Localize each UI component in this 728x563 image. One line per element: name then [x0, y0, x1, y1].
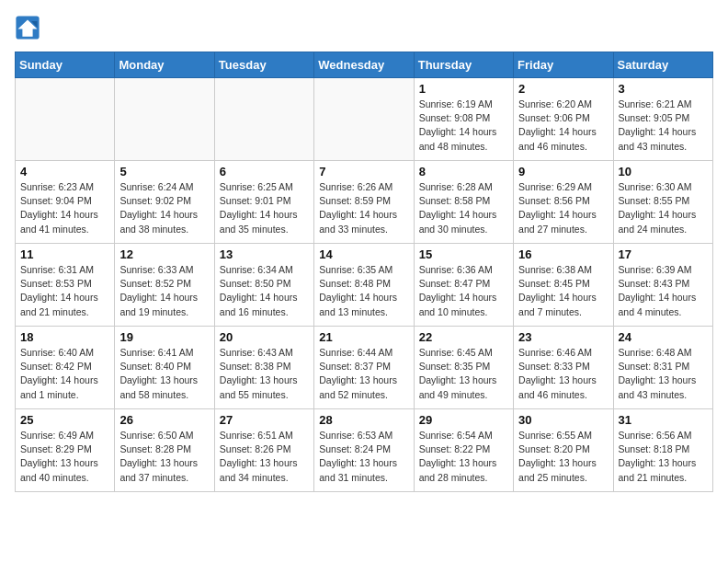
day-number: 24 [619, 330, 708, 344]
day-info: Sunrise: 6:41 AMSunset: 8:40 PMDaylight:… [119, 346, 209, 402]
day-info: Sunrise: 6:55 AMSunset: 8:20 PMDaylight:… [518, 429, 608, 485]
col-header-sunday: Sunday [16, 52, 115, 78]
day-number: 27 [220, 413, 309, 427]
col-header-thursday: Thursday [414, 52, 513, 78]
calendar-cell: 26Sunrise: 6:50 AMSunset: 8:28 PMDayligh… [115, 409, 214, 492]
calendar-cell: 24Sunrise: 6:48 AMSunset: 8:31 PMDayligh… [613, 327, 712, 409]
day-info: Sunrise: 6:38 AMSunset: 8:45 PMDaylight:… [518, 263, 608, 319]
day-number: 20 [220, 330, 309, 344]
day-info: Sunrise: 6:30 AMSunset: 8:55 PMDaylight:… [619, 180, 708, 236]
day-info: Sunrise: 6:21 AMSunset: 9:05 PMDaylight:… [619, 98, 708, 154]
day-number: 12 [119, 247, 209, 261]
day-info: Sunrise: 6:51 AMSunset: 8:26 PMDaylight:… [220, 429, 309, 485]
calendar-cell: 7Sunrise: 6:26 AMSunset: 8:59 PMDaylight… [314, 161, 414, 244]
col-header-monday: Monday [115, 52, 214, 78]
calendar-week-2: 4Sunrise: 6:23 AMSunset: 9:04 PMDaylight… [16, 161, 713, 244]
day-number: 31 [619, 413, 708, 427]
calendar-cell: 14Sunrise: 6:35 AMSunset: 8:48 PMDayligh… [314, 244, 414, 327]
day-info: Sunrise: 6:36 AMSunset: 8:47 PMDaylight:… [419, 263, 508, 319]
day-number: 7 [319, 165, 408, 178]
calendar-week-3: 11Sunrise: 6:31 AMSunset: 8:53 PMDayligh… [16, 244, 713, 327]
day-number: 11 [20, 247, 109, 261]
day-number: 22 [419, 330, 508, 344]
calendar-cell: 28Sunrise: 6:53 AMSunset: 8:24 PMDayligh… [314, 409, 414, 492]
calendar-cell: 13Sunrise: 6:34 AMSunset: 8:50 PMDayligh… [214, 244, 313, 327]
page-header [15, 15, 713, 40]
calendar-cell: 25Sunrise: 6:49 AMSunset: 8:29 PMDayligh… [16, 409, 115, 492]
calendar-cell: 2Sunrise: 6:20 AMSunset: 9:06 PMDaylight… [514, 78, 613, 161]
calendar-cell: 9Sunrise: 6:29 AMSunset: 8:56 PMDaylight… [514, 161, 613, 244]
day-number: 2 [518, 82, 608, 96]
day-info: Sunrise: 6:20 AMSunset: 9:06 PMDaylight:… [518, 98, 608, 154]
calendar-cell: 8Sunrise: 6:28 AMSunset: 8:58 PMDaylight… [414, 161, 513, 244]
day-number: 15 [419, 247, 508, 261]
day-number: 16 [518, 247, 608, 261]
day-info: Sunrise: 6:53 AMSunset: 8:24 PMDaylight:… [319, 429, 408, 485]
day-info: Sunrise: 6:25 AMSunset: 9:01 PMDaylight:… [220, 180, 309, 236]
day-info: Sunrise: 6:33 AMSunset: 8:52 PMDaylight:… [119, 263, 209, 319]
day-number: 23 [518, 330, 608, 344]
logo [15, 15, 44, 40]
day-number: 25 [20, 413, 109, 427]
day-info: Sunrise: 6:50 AMSunset: 8:28 PMDaylight:… [119, 429, 209, 485]
day-info: Sunrise: 6:56 AMSunset: 8:18 PMDaylight:… [619, 429, 708, 485]
calendar-week-1: 1Sunrise: 6:19 AMSunset: 9:08 PMDaylight… [16, 78, 713, 161]
day-info: Sunrise: 6:54 AMSunset: 8:22 PMDaylight:… [419, 429, 508, 485]
calendar-cell: 1Sunrise: 6:19 AMSunset: 9:08 PMDaylight… [414, 78, 513, 161]
calendar-cell: 11Sunrise: 6:31 AMSunset: 8:53 PMDayligh… [16, 244, 115, 327]
day-number: 29 [419, 413, 508, 427]
logo-icon [15, 15, 40, 40]
day-info: Sunrise: 6:34 AMSunset: 8:50 PMDaylight:… [220, 263, 309, 319]
day-info: Sunrise: 6:39 AMSunset: 8:43 PMDaylight:… [619, 263, 708, 319]
calendar-cell: 20Sunrise: 6:43 AMSunset: 8:38 PMDayligh… [214, 327, 313, 409]
calendar-week-5: 25Sunrise: 6:49 AMSunset: 8:29 PMDayligh… [16, 409, 713, 492]
calendar-cell: 19Sunrise: 6:41 AMSunset: 8:40 PMDayligh… [115, 327, 214, 409]
day-info: Sunrise: 6:24 AMSunset: 9:02 PMDaylight:… [119, 180, 209, 236]
day-number: 10 [619, 165, 708, 178]
calendar-cell: 21Sunrise: 6:44 AMSunset: 8:37 PMDayligh… [314, 327, 414, 409]
calendar-cell: 27Sunrise: 6:51 AMSunset: 8:26 PMDayligh… [214, 409, 313, 492]
calendar-cell [115, 78, 214, 161]
day-info: Sunrise: 6:23 AMSunset: 9:04 PMDaylight:… [20, 180, 109, 236]
day-number: 5 [119, 165, 209, 178]
day-number: 19 [119, 330, 209, 344]
day-number: 17 [619, 247, 708, 261]
day-info: Sunrise: 6:43 AMSunset: 8:38 PMDaylight:… [220, 346, 309, 402]
day-info: Sunrise: 6:40 AMSunset: 8:42 PMDaylight:… [20, 346, 109, 402]
calendar-cell: 23Sunrise: 6:46 AMSunset: 8:33 PMDayligh… [514, 327, 613, 409]
calendar-cell [214, 78, 313, 161]
day-number: 13 [220, 247, 309, 261]
calendar-cell: 5Sunrise: 6:24 AMSunset: 9:02 PMDaylight… [115, 161, 214, 244]
day-info: Sunrise: 6:26 AMSunset: 8:59 PMDaylight:… [319, 180, 408, 236]
day-number: 3 [619, 82, 708, 96]
day-number: 8 [419, 165, 508, 178]
day-info: Sunrise: 6:46 AMSunset: 8:33 PMDaylight:… [518, 346, 608, 402]
day-info: Sunrise: 6:28 AMSunset: 8:58 PMDaylight:… [419, 180, 508, 236]
calendar-cell: 18Sunrise: 6:40 AMSunset: 8:42 PMDayligh… [16, 327, 115, 409]
col-header-wednesday: Wednesday [314, 52, 414, 78]
day-number: 18 [20, 330, 109, 344]
calendar-cell: 31Sunrise: 6:56 AMSunset: 8:18 PMDayligh… [613, 409, 712, 492]
col-header-saturday: Saturday [613, 52, 712, 78]
day-info: Sunrise: 6:29 AMSunset: 8:56 PMDaylight:… [518, 180, 608, 236]
day-number: 6 [220, 165, 309, 178]
calendar-cell: 4Sunrise: 6:23 AMSunset: 9:04 PMDaylight… [16, 161, 115, 244]
calendar-week-4: 18Sunrise: 6:40 AMSunset: 8:42 PMDayligh… [16, 327, 713, 409]
col-header-tuesday: Tuesday [214, 52, 313, 78]
calendar-cell: 16Sunrise: 6:38 AMSunset: 8:45 PMDayligh… [514, 244, 613, 327]
day-info: Sunrise: 6:45 AMSunset: 8:35 PMDaylight:… [419, 346, 508, 402]
day-number: 21 [319, 330, 408, 344]
calendar-cell: 29Sunrise: 6:54 AMSunset: 8:22 PMDayligh… [414, 409, 513, 492]
day-info: Sunrise: 6:19 AMSunset: 9:08 PMDaylight:… [419, 98, 508, 154]
day-info: Sunrise: 6:44 AMSunset: 8:37 PMDaylight:… [319, 346, 408, 402]
day-info: Sunrise: 6:48 AMSunset: 8:31 PMDaylight:… [619, 346, 708, 402]
day-info: Sunrise: 6:31 AMSunset: 8:53 PMDaylight:… [20, 263, 109, 319]
calendar-cell: 6Sunrise: 6:25 AMSunset: 9:01 PMDaylight… [214, 161, 313, 244]
calendar-cell: 17Sunrise: 6:39 AMSunset: 8:43 PMDayligh… [613, 244, 712, 327]
calendar-cell: 12Sunrise: 6:33 AMSunset: 8:52 PMDayligh… [115, 244, 214, 327]
calendar-cell: 15Sunrise: 6:36 AMSunset: 8:47 PMDayligh… [414, 244, 513, 327]
day-number: 28 [319, 413, 408, 427]
calendar-cell [314, 78, 414, 161]
day-number: 1 [419, 82, 508, 96]
calendar-cell: 22Sunrise: 6:45 AMSunset: 8:35 PMDayligh… [414, 327, 513, 409]
